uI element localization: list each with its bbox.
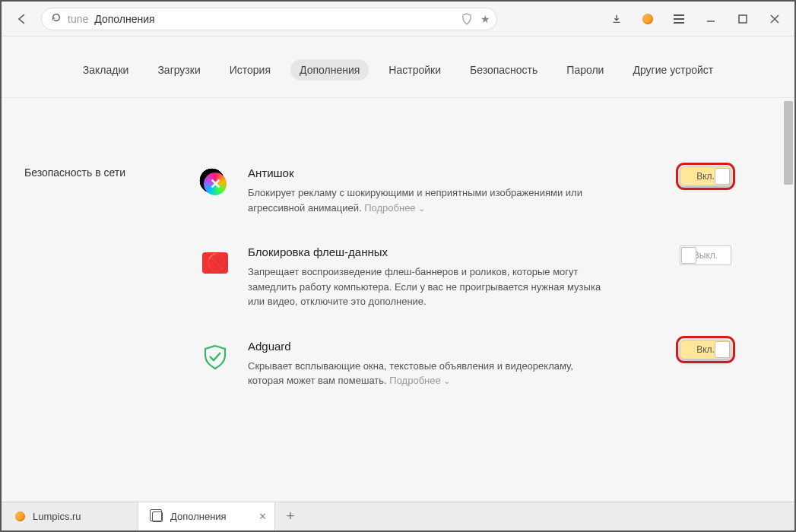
addon-flash-block: Блокировка флеш-данных Запрещает воспрои… bbox=[199, 245, 731, 309]
adguard-icon bbox=[199, 341, 231, 373]
browser-tab-lumpics[interactable]: Lumpics.ru bbox=[2, 502, 138, 530]
addon-title: Adguard bbox=[248, 340, 648, 353]
tab-settings[interactable]: Настройки bbox=[379, 59, 450, 81]
toggle-knob bbox=[715, 168, 730, 185]
antishock-icon bbox=[199, 168, 231, 200]
tab-bookmarks[interactable]: Закладки bbox=[74, 59, 138, 81]
address-prefix: tune bbox=[68, 13, 88, 25]
window-maximize-icon[interactable] bbox=[737, 13, 749, 25]
toggle-adguard[interactable]: Вкл. bbox=[680, 340, 731, 359]
addon-description: Блокирует рекламу с шокирующими и неприя… bbox=[248, 185, 605, 215]
chevron-down-icon: ⌄ bbox=[443, 376, 450, 385]
address-field[interactable]: tune Дополнения ★ bbox=[41, 8, 497, 30]
address-text: Дополнения bbox=[94, 13, 453, 25]
content-area: Безопасность в сети Антишок Блокирует ре… bbox=[2, 98, 794, 502]
window-close-icon[interactable] bbox=[769, 13, 781, 25]
close-tab-icon[interactable]: ✕ bbox=[258, 511, 267, 522]
addon-title: Блокировка флеш-данных bbox=[248, 245, 648, 258]
back-button[interactable] bbox=[15, 12, 29, 26]
settings-nav-tabs: Закладки Загрузки История Дополнения Нас… bbox=[2, 36, 794, 98]
profile-icon[interactable] bbox=[642, 14, 653, 24]
favicon-icon bbox=[15, 511, 25, 521]
top-actions bbox=[610, 13, 781, 25]
settings-page: Закладки Загрузки История Дополнения Нас… bbox=[2, 36, 794, 502]
tab-history[interactable]: История bbox=[220, 59, 280, 81]
downloads-icon[interactable] bbox=[610, 13, 623, 25]
window-minimize-icon[interactable] bbox=[705, 13, 717, 25]
addons-list: Антишок Блокирует рекламу с шокирующими … bbox=[199, 166, 731, 388]
addon-title: Антишок bbox=[248, 166, 648, 179]
browser-tab-label: Lumpics.ru bbox=[33, 511, 81, 522]
browser-tab-addons[interactable]: Дополнения ✕ bbox=[138, 502, 275, 530]
more-link[interactable]: Подробнее ⌄ bbox=[364, 202, 425, 214]
bookmark-star-icon[interactable]: ★ bbox=[480, 13, 490, 25]
toggle-antishock[interactable]: Вкл. bbox=[680, 166, 731, 186]
menu-icon[interactable] bbox=[673, 13, 685, 25]
tab-passwords[interactable]: Пароли bbox=[557, 59, 613, 81]
reload-icon[interactable] bbox=[51, 12, 62, 25]
addon-description: Запрещает воспроизведение флеш-баннеров … bbox=[248, 264, 605, 309]
tab-downloads[interactable]: Загрузки bbox=[148, 59, 209, 81]
addon-description: Скрывает всплывающие окна, текстовые объ… bbox=[248, 359, 605, 388]
more-link[interactable]: Подробнее ⌄ bbox=[389, 375, 450, 386]
svg-rect-0 bbox=[739, 15, 747, 23]
browser-tabs: Lumpics.ru Дополнения ✕ + bbox=[2, 502, 794, 530]
tabs-icon bbox=[152, 511, 163, 522]
browser-address-bar: tune Дополнения ★ bbox=[2, 2, 794, 36]
browser-tab-label: Дополнения bbox=[170, 511, 227, 522]
toggle-flash-block[interactable]: Выкл. bbox=[680, 245, 731, 265]
protect-icon[interactable] bbox=[459, 11, 474, 27]
addon-adguard: Adguard Скрывает всплывающие окна, текст… bbox=[199, 340, 731, 388]
new-tab-button[interactable]: + bbox=[275, 502, 306, 530]
toggle-knob bbox=[715, 341, 730, 358]
tab-security[interactable]: Безопасность bbox=[461, 59, 547, 81]
scrollbar[interactable] bbox=[784, 101, 793, 185]
addon-antishock: Антишок Блокирует рекламу с шокирующими … bbox=[199, 166, 731, 215]
section-title: Безопасность в сети bbox=[24, 166, 169, 388]
chevron-down-icon: ⌄ bbox=[418, 204, 425, 213]
flash-block-icon bbox=[199, 247, 231, 279]
tab-addons[interactable]: Дополнения bbox=[290, 59, 369, 81]
tab-other-devices[interactable]: Другие устройст bbox=[623, 59, 722, 81]
toggle-knob bbox=[681, 247, 696, 264]
